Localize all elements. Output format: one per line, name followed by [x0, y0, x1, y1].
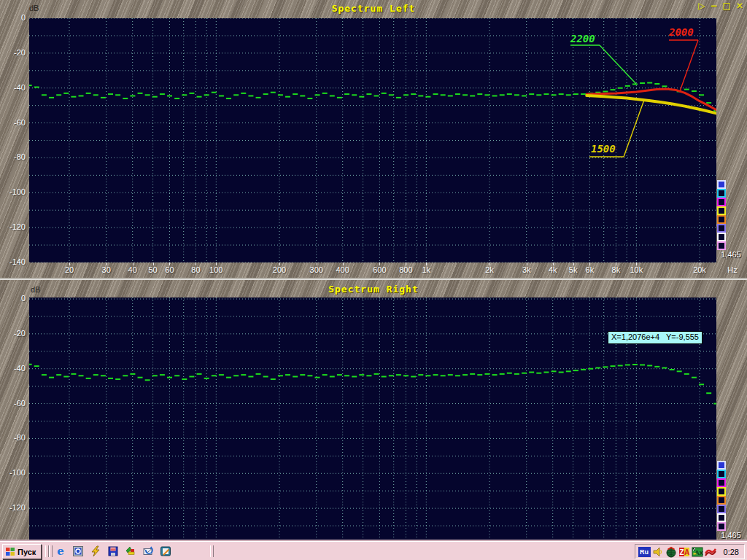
- desktop-viewer-icon[interactable]: [71, 545, 85, 558]
- trace-color-swatches-right: [717, 461, 727, 531]
- start-button[interactable]: Пуск: [2, 544, 42, 559]
- resolution-label-right: 1,465: [715, 531, 747, 540]
- svg-text:e: e: [57, 545, 64, 557]
- trace-swatch-2[interactable]: [717, 470, 726, 478]
- minimize-icon[interactable]: −: [711, 1, 718, 11]
- language-indicator[interactable]: Ru: [638, 547, 651, 557]
- trace-swatch-6[interactable]: [717, 505, 726, 513]
- zonealarm-icon[interactable]: ZA: [678, 546, 690, 558]
- trace-swatch-8[interactable]: [717, 241, 726, 250]
- y-tick-label: -80: [0, 433, 26, 442]
- x-tick-label: 10k: [620, 265, 652, 274]
- trace-swatch-1[interactable]: [717, 180, 726, 189]
- y-tick-label: 0: [0, 13, 26, 22]
- mail-sync-icon[interactable]: [141, 545, 155, 558]
- trace-swatch-1[interactable]: [717, 461, 726, 470]
- x-tick-label: 2k: [473, 265, 506, 274]
- window-controls: ▷ − □ ✕: [698, 1, 743, 11]
- x-tick-label: 200: [263, 265, 295, 274]
- taskbar: Пуск e Ru: [0, 541, 747, 560]
- antivirus-globe-icon[interactable]: [665, 546, 677, 558]
- y-axis-unit-right: dB: [31, 285, 40, 294]
- trace-swatch-3[interactable]: [717, 198, 726, 206]
- y-tick-label: -20: [0, 48, 26, 57]
- taskbar-clock[interactable]: 0:28: [718, 548, 743, 556]
- windows-logo-icon: [5, 547, 15, 556]
- spectrum-left-canvas[interactable]: 220020001500: [29, 18, 716, 262]
- y-tick-label: -40: [0, 364, 26, 373]
- y-tick-label: 0: [0, 294, 26, 303]
- internet-explorer-icon[interactable]: e: [53, 545, 67, 558]
- x-tick-label: 1k: [410, 265, 442, 274]
- spectrum-left-title: Spectrum Left: [0, 3, 747, 14]
- annotation-pointer-2000: [680, 40, 698, 91]
- desktop: ▷ − □ ✕ Spectrum Left dB 0-20-40-60-80-1…: [0, 0, 747, 560]
- x-tick-label: 20: [53, 265, 85, 274]
- close-icon[interactable]: ✕: [736, 1, 743, 11]
- notes-icon[interactable]: [158, 545, 172, 558]
- trace-swatch-5[interactable]: [717, 215, 726, 224]
- y-tick-label: -20: [0, 329, 26, 338]
- scanner-green-icon[interactable]: Ax: [692, 546, 703, 558]
- x-tick-label: 400: [327, 265, 359, 274]
- lightning-icon[interactable]: [88, 545, 102, 558]
- annotation-pointer-2200: [600, 45, 636, 84]
- palette-icon[interactable]: [123, 545, 137, 558]
- spectrum-left-plot[interactable]: 220020001500: [29, 18, 716, 262]
- x-axis-left: 2030405060801002003004006008001k2k3k4k5k…: [0, 261, 747, 277]
- floppy-save-icon[interactable]: [106, 545, 120, 558]
- trace-swatch-3[interactable]: [717, 478, 726, 487]
- trace-swatch-7[interactable]: [717, 513, 726, 522]
- trace-swatch-2[interactable]: [717, 189, 726, 198]
- trace-swatch-4[interactable]: [717, 487, 726, 496]
- y-tick-label: -80: [0, 152, 26, 161]
- system-tray: Ru ZA Ax 0:28: [635, 544, 745, 559]
- y-tick-label: -100: [0, 468, 26, 477]
- x-tick-label: 20k: [684, 265, 716, 274]
- y-axis-unit-left: dB: [29, 4, 39, 12]
- svg-text:A: A: [684, 548, 689, 556]
- y-tick-label: -100: [0, 187, 26, 196]
- annotation-pointer-1500: [624, 100, 644, 157]
- svg-text:Z: Z: [679, 548, 684, 556]
- maximize-icon[interactable]: □: [723, 1, 731, 11]
- trace-color-swatches-left: [717, 180, 727, 250]
- resolution-label-left: 1,465: [715, 250, 747, 259]
- trace-swatch-5[interactable]: [717, 496, 726, 505]
- trace-swatch-4[interactable]: [717, 206, 726, 215]
- y-tick-label: -120: [0, 222, 26, 231]
- trace-swatch-8[interactable]: [717, 522, 726, 531]
- y-tick-label: -120: [0, 503, 26, 512]
- annotation-label-2200: 2200: [570, 33, 595, 44]
- volume-icon[interactable]: [652, 546, 664, 558]
- trace-swatch-6[interactable]: [717, 224, 726, 233]
- play-icon[interactable]: ▷: [698, 1, 705, 11]
- cursor-readout: X=1,2076e+4 Y=-9,555: [608, 331, 703, 344]
- pane-divider[interactable]: [0, 278, 747, 280]
- annotation-label-2000: 2000: [668, 26, 694, 38]
- toolbar-grip[interactable]: [49, 545, 53, 557]
- trace-swatch-7[interactable]: [717, 233, 726, 241]
- x-axis-unit-label: Hz: [719, 265, 746, 274]
- ribbon-icon[interactable]: [705, 546, 716, 558]
- y-tick-label: -60: [0, 399, 26, 408]
- y-tick-label: -60: [0, 118, 26, 127]
- start-label: Пуск: [18, 548, 36, 556]
- x-tick-label: 100: [200, 265, 232, 274]
- spectrum-right-title: Spectrum Right: [0, 284, 747, 295]
- taskbar-grip[interactable]: [210, 545, 214, 557]
- y-tick-label: -40: [0, 83, 26, 92]
- annotation-label-1500: 1500: [591, 143, 616, 155]
- svg-text:Ax: Ax: [694, 549, 703, 556]
